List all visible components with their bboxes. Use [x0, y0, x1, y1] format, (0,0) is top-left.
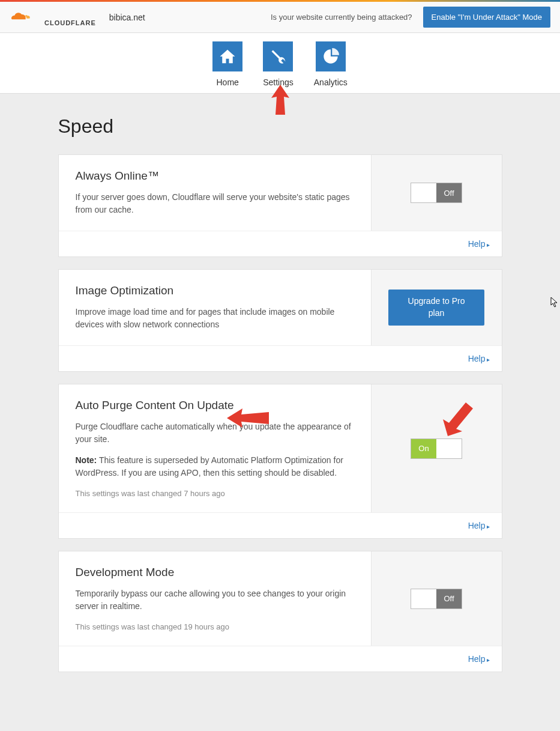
page-content: Speed Always Online™ If your server goes… [58, 94, 502, 708]
nav-label-home: Home [217, 77, 239, 87]
caret-right-icon: ▸ [487, 657, 490, 663]
caret-right-icon: ▸ [487, 241, 490, 248]
card-desc-always-online: If your server goes down, Cloudflare wil… [76, 191, 354, 216]
card-dev-mode: Development Mode Temporarily bypass our … [58, 551, 502, 672]
nav-bar: Home Settings Analytics [0, 33, 560, 94]
card-title-always-online: Always Online™ [76, 169, 354, 183]
attack-question-text: Is your website currently being attacked… [271, 13, 412, 22]
nav-item-analytics[interactable]: Analytics [314, 41, 348, 87]
card-note-auto-purge: Note: This feature is superseded by Auto… [76, 454, 354, 479]
caret-right-icon: ▸ [487, 523, 490, 530]
toggle-on-label: On [411, 439, 436, 458]
brand-text: CLOUDFLARE [44, 19, 96, 26]
nav-label-analytics: Analytics [314, 77, 348, 87]
toggle-dev-mode[interactable]: Off [411, 589, 462, 609]
domain-name: bibica.net [109, 13, 145, 22]
nav-label-settings: Settings [263, 77, 294, 87]
nav-item-settings[interactable]: Settings [263, 41, 294, 87]
help-link-dev-mode[interactable]: Help▸ [468, 654, 490, 664]
card-always-online: Always Online™ If your server goes down,… [58, 154, 502, 257]
help-link-always-online[interactable]: Help▸ [468, 239, 490, 249]
card-auto-purge: Auto Purge Content On Update Purge Cloud… [58, 384, 502, 539]
home-icon [212, 41, 242, 71]
card-desc-auto-purge: Purge Cloudflare cache automatically whe… [76, 420, 354, 446]
under-attack-button[interactable]: Enable "I'm Under Attack" Mode [423, 7, 550, 28]
help-link-auto-purge[interactable]: Help▸ [468, 521, 490, 530]
cursor-icon [550, 297, 559, 308]
nav-item-home[interactable]: Home [212, 41, 242, 87]
card-image-optimization: Image Optimization Improve image load ti… [58, 269, 502, 372]
page-title: Speed [58, 115, 502, 138]
card-meta-dev-mode: This settings was last changed 19 hours … [76, 622, 354, 631]
pie-chart-icon [316, 41, 346, 71]
card-title-auto-purge: Auto Purge Content On Update [76, 399, 354, 412]
toggle-auto-purge[interactable]: On [411, 438, 462, 459]
header-bar: CLOUDFLARE bibica.net Is your website cu… [0, 2, 560, 33]
caret-right-icon: ▸ [487, 356, 490, 363]
toggle-off-label: Off [436, 589, 462, 608]
card-desc-image-opt: Improve image load time and for pages th… [76, 306, 354, 331]
help-link-image-opt[interactable]: Help▸ [468, 354, 490, 363]
toggle-always-online[interactable]: Off [411, 183, 462, 203]
card-title-image-opt: Image Optimization [76, 284, 354, 297]
card-desc-dev-mode: Temporarily bypass our cache allowing yo… [76, 587, 354, 613]
card-meta-auto-purge: This settings was last changed 7 hours a… [76, 489, 354, 498]
wrench-icon [263, 41, 293, 71]
card-title-dev-mode: Development Mode [76, 566, 354, 579]
toggle-off-label: Off [436, 183, 462, 202]
logo-wrap: CLOUDFLARE [10, 9, 125, 26]
upgrade-pro-button[interactable]: Upgrade to Pro plan [388, 290, 484, 325]
